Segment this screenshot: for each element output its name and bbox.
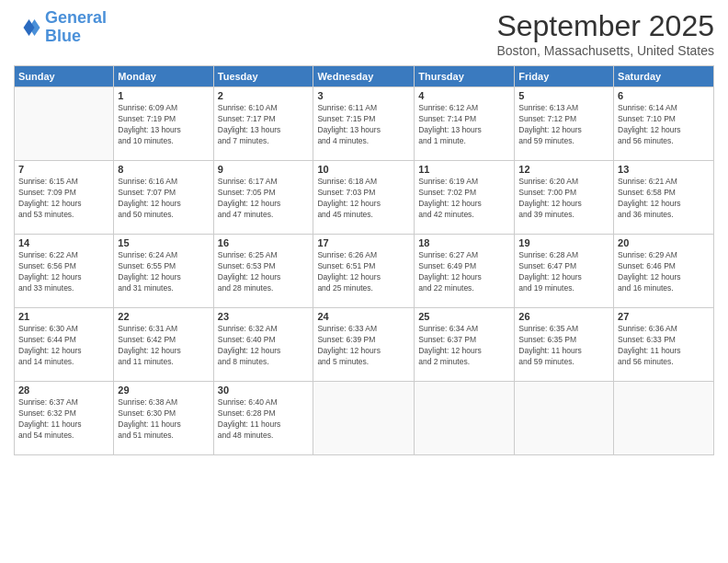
calendar-table: SundayMondayTuesdayWednesdayThursdayFrid… [14,65,714,455]
day-number: 8 [118,164,209,175]
day-detail: Sunrise: 6:37 AM Sunset: 6:32 PM Dayligh… [18,397,109,442]
day-cell: 13Sunrise: 6:21 AM Sunset: 6:58 PM Dayli… [614,161,714,235]
day-cell [15,87,114,161]
day-cell: 3Sunrise: 6:11 AM Sunset: 7:15 PM Daylig… [313,87,415,161]
day-cell [313,382,415,455]
day-detail: Sunrise: 6:19 AM Sunset: 7:02 PM Dayligh… [418,177,510,221]
day-number: 9 [218,164,310,175]
day-detail: Sunrise: 6:21 AM Sunset: 6:58 PM Dayligh… [618,177,710,221]
day-number: 24 [317,311,410,322]
logo: General Blue [14,9,107,46]
day-number: 19 [518,237,609,248]
day-cell: 4Sunrise: 6:12 AM Sunset: 7:14 PM Daylig… [415,87,515,161]
day-cell: 7Sunrise: 6:15 AM Sunset: 7:09 PM Daylig… [15,161,114,235]
header: General Blue September 2025 Boston, Mass… [14,9,714,58]
day-cell: 6Sunrise: 6:14 AM Sunset: 7:10 PM Daylig… [614,87,714,161]
day-detail: Sunrise: 6:12 AM Sunset: 7:14 PM Dayligh… [418,103,510,147]
day-cell [515,382,614,455]
day-number: 10 [317,164,410,175]
day-cell: 20Sunrise: 6:29 AM Sunset: 6:46 PM Dayli… [614,235,714,308]
day-detail: Sunrise: 6:34 AM Sunset: 6:37 PM Dayligh… [418,324,510,368]
day-detail: Sunrise: 6:17 AM Sunset: 7:05 PM Dayligh… [218,177,310,221]
day-detail: Sunrise: 6:25 AM Sunset: 6:53 PM Dayligh… [218,250,310,294]
day-cell: 26Sunrise: 6:35 AM Sunset: 6:35 PM Dayli… [515,308,614,382]
week-row-4: 21Sunrise: 6:30 AM Sunset: 6:44 PM Dayli… [15,308,714,382]
day-number: 30 [218,385,310,396]
day-number: 4 [418,90,510,101]
page: General Blue September 2025 Boston, Mass… [0,0,728,563]
day-number: 15 [118,237,209,248]
day-detail: Sunrise: 6:15 AM Sunset: 7:09 PM Dayligh… [18,177,109,221]
day-detail: Sunrise: 6:11 AM Sunset: 7:15 PM Dayligh… [317,103,410,147]
day-cell: 17Sunrise: 6:26 AM Sunset: 6:51 PM Dayli… [313,235,415,308]
day-detail: Sunrise: 6:31 AM Sunset: 6:42 PM Dayligh… [118,324,209,368]
day-number: 12 [518,164,609,175]
week-row-5: 28Sunrise: 6:37 AM Sunset: 6:32 PM Dayli… [15,382,714,455]
day-number: 20 [618,237,710,248]
day-cell: 24Sunrise: 6:33 AM Sunset: 6:39 PM Dayli… [313,308,415,382]
day-detail: Sunrise: 6:20 AM Sunset: 7:00 PM Dayligh… [518,177,609,221]
day-detail: Sunrise: 6:35 AM Sunset: 6:35 PM Dayligh… [518,324,609,368]
day-cell: 22Sunrise: 6:31 AM Sunset: 6:42 PM Dayli… [114,308,213,382]
logo-text: General Blue [45,9,107,46]
day-detail: Sunrise: 6:16 AM Sunset: 7:07 PM Dayligh… [118,177,209,221]
month-title: September 2025 [496,9,714,43]
week-row-3: 14Sunrise: 6:22 AM Sunset: 6:56 PM Dayli… [15,235,714,308]
week-row-1: 1Sunrise: 6:09 AM Sunset: 7:19 PM Daylig… [15,87,714,161]
day-detail: Sunrise: 6:28 AM Sunset: 6:47 PM Dayligh… [518,250,609,294]
day-cell: 21Sunrise: 6:30 AM Sunset: 6:44 PM Dayli… [15,308,114,382]
day-number: 18 [418,237,510,248]
day-detail: Sunrise: 6:09 AM Sunset: 7:19 PM Dayligh… [118,103,209,147]
day-detail: Sunrise: 6:33 AM Sunset: 6:39 PM Dayligh… [317,324,410,368]
day-number: 5 [518,90,609,101]
logo-icon [14,14,41,41]
day-detail: Sunrise: 6:38 AM Sunset: 6:30 PM Dayligh… [118,397,209,442]
day-detail: Sunrise: 6:36 AM Sunset: 6:33 PM Dayligh… [618,324,710,368]
day-detail: Sunrise: 6:40 AM Sunset: 6:28 PM Dayligh… [218,397,310,442]
day-cell: 25Sunrise: 6:34 AM Sunset: 6:37 PM Dayli… [415,308,515,382]
day-number: 14 [18,237,109,248]
day-detail: Sunrise: 6:29 AM Sunset: 6:46 PM Dayligh… [618,250,710,294]
title-block: September 2025 Boston, Massachusetts, Un… [496,9,714,58]
day-detail: Sunrise: 6:27 AM Sunset: 6:49 PM Dayligh… [418,250,510,294]
day-number: 7 [18,164,109,175]
day-number: 13 [618,164,710,175]
day-cell: 19Sunrise: 6:28 AM Sunset: 6:47 PM Dayli… [515,235,614,308]
day-number: 11 [418,164,510,175]
day-cell: 29Sunrise: 6:38 AM Sunset: 6:30 PM Dayli… [114,382,213,455]
day-cell: 16Sunrise: 6:25 AM Sunset: 6:53 PM Dayli… [213,235,313,308]
day-cell: 9Sunrise: 6:17 AM Sunset: 7:05 PM Daylig… [213,161,313,235]
day-number: 27 [618,311,710,322]
column-header-saturday: Saturday [614,66,714,87]
column-header-thursday: Thursday [415,66,515,87]
day-number: 26 [518,311,609,322]
day-number: 2 [218,90,310,101]
day-number: 29 [118,385,209,396]
day-detail: Sunrise: 6:30 AM Sunset: 6:44 PM Dayligh… [18,324,109,368]
day-cell: 2Sunrise: 6:10 AM Sunset: 7:17 PM Daylig… [213,87,313,161]
column-header-friday: Friday [515,66,614,87]
logo-line1: General [45,8,107,27]
logo-line2: Blue [45,28,107,46]
day-cell: 14Sunrise: 6:22 AM Sunset: 6:56 PM Dayli… [15,235,114,308]
day-detail: Sunrise: 6:24 AM Sunset: 6:55 PM Dayligh… [118,250,209,294]
column-header-tuesday: Tuesday [213,66,313,87]
day-number: 28 [18,385,109,396]
day-cell: 5Sunrise: 6:13 AM Sunset: 7:12 PM Daylig… [515,87,614,161]
week-row-2: 7Sunrise: 6:15 AM Sunset: 7:09 PM Daylig… [15,161,714,235]
day-cell: 30Sunrise: 6:40 AM Sunset: 6:28 PM Dayli… [213,382,313,455]
header-row: SundayMondayTuesdayWednesdayThursdayFrid… [15,66,714,87]
day-cell: 8Sunrise: 6:16 AM Sunset: 7:07 PM Daylig… [114,161,213,235]
column-header-sunday: Sunday [15,66,114,87]
day-detail: Sunrise: 6:14 AM Sunset: 7:10 PM Dayligh… [618,103,710,147]
day-detail: Sunrise: 6:32 AM Sunset: 6:40 PM Dayligh… [218,324,310,368]
day-number: 17 [317,237,410,248]
day-cell: 15Sunrise: 6:24 AM Sunset: 6:55 PM Dayli… [114,235,213,308]
day-cell: 18Sunrise: 6:27 AM Sunset: 6:49 PM Dayli… [415,235,515,308]
day-number: 21 [18,311,109,322]
day-detail: Sunrise: 6:18 AM Sunset: 7:03 PM Dayligh… [317,177,410,221]
day-cell [415,382,515,455]
day-cell: 12Sunrise: 6:20 AM Sunset: 7:00 PM Dayli… [515,161,614,235]
day-cell: 1Sunrise: 6:09 AM Sunset: 7:19 PM Daylig… [114,87,213,161]
day-number: 22 [118,311,209,322]
